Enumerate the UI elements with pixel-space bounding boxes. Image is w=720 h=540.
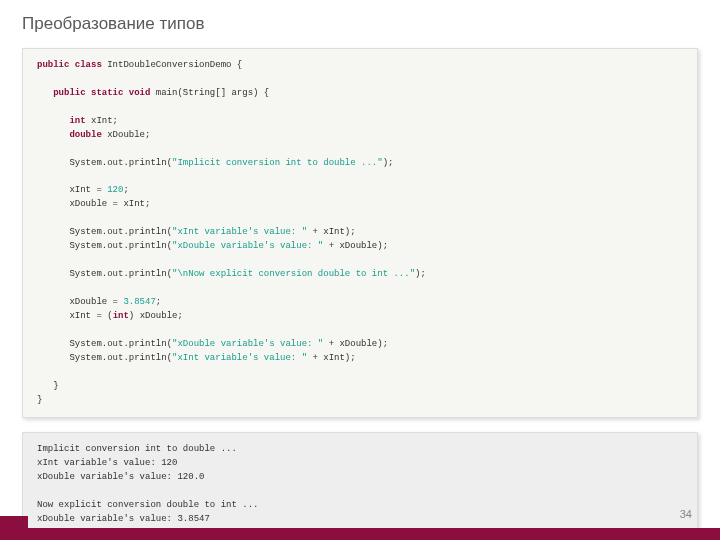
code-text: 120 [107, 185, 123, 195]
code-text: System. [69, 241, 107, 251]
code-text: 3.8547 [123, 297, 155, 307]
code-block: public class IntDoubleConversionDemo { p… [22, 48, 698, 418]
footer-accent [0, 516, 28, 540]
code-text: out [107, 353, 123, 363]
output-block: Implicit conversion int to double ... xI… [22, 432, 698, 540]
code-text: ; [156, 297, 161, 307]
code-text: out [107, 158, 123, 168]
code-text: + xInt); [307, 227, 356, 237]
code-text: public class [37, 60, 102, 70]
code-text: System. [69, 158, 107, 168]
code-text: + xInt); [307, 353, 356, 363]
code-text: xInt = ( [69, 311, 112, 321]
code-text: "xInt variable's value: " [172, 353, 307, 363]
code-text: .println( [123, 353, 172, 363]
code-text: "xDouble variable's value: " [172, 241, 323, 251]
code-text: xInt; [86, 116, 118, 126]
code-text: .println( [123, 269, 172, 279]
code-text: xDouble = xInt; [69, 199, 150, 209]
code-text: public static void [53, 88, 150, 98]
code-text: int [113, 311, 129, 321]
code-text: ); [415, 269, 426, 279]
code-text: xDouble = [69, 297, 123, 307]
code-text: + xDouble); [323, 339, 388, 349]
code-text: out [107, 241, 123, 251]
code-text: main(String[] args) { [150, 88, 269, 98]
code-text: int [69, 116, 85, 126]
code-text: System. [69, 353, 107, 363]
code-text: ) xDouble; [129, 311, 183, 321]
code-text: "xInt variable's value: " [172, 227, 307, 237]
code-text: xInt = [69, 185, 107, 195]
code-text: ); [383, 158, 394, 168]
code-text: out [107, 269, 123, 279]
code-text: IntDoubleConversionDemo { [102, 60, 242, 70]
code-text: + xDouble); [323, 241, 388, 251]
code-text: } [53, 381, 58, 391]
code-text: } [37, 395, 42, 405]
code-text: "xDouble variable's value: " [172, 339, 323, 349]
code-text: out [107, 339, 123, 349]
code-text: xDouble; [102, 130, 151, 140]
code-text: ; [123, 185, 128, 195]
page-number: 34 [680, 508, 692, 520]
code-text: .println( [123, 241, 172, 251]
code-text: double [69, 130, 101, 140]
code-text: .println( [123, 227, 172, 237]
code-text: .println( [123, 339, 172, 349]
slide-title: Преобразование типов [0, 0, 720, 34]
code-text: .println( [123, 158, 172, 168]
code-text: System. [69, 227, 107, 237]
footer-bar [0, 528, 720, 540]
code-text: System. [69, 339, 107, 349]
code-text: out [107, 227, 123, 237]
code-text: System. [69, 269, 107, 279]
code-text: "Implicit conversion int to double ..." [172, 158, 383, 168]
code-text: "\nNow explicit conversion double to int… [172, 269, 415, 279]
